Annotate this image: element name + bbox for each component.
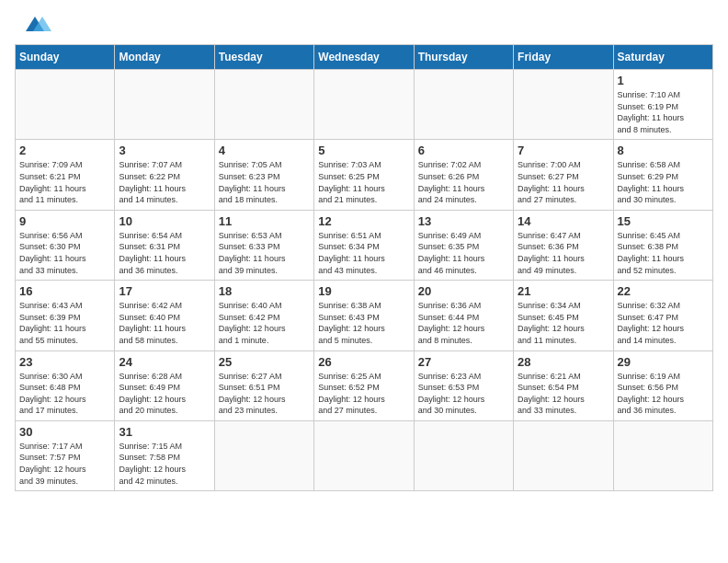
- calendar-cell: 16Sunrise: 6:43 AM Sunset: 6:39 PM Dayli…: [16, 281, 115, 350]
- day-info: Sunrise: 6:43 AM Sunset: 6:39 PM Dayligh…: [19, 300, 110, 346]
- calendar-cell: 13Sunrise: 6:49 AM Sunset: 6:35 PM Dayli…: [414, 210, 513, 280]
- calendar-cell: 6Sunrise: 7:02 AM Sunset: 6:26 PM Daylig…: [414, 140, 513, 210]
- calendar-cell: [414, 70, 513, 140]
- day-number: 15: [618, 214, 709, 228]
- calendar-cell: 15Sunrise: 6:45 AM Sunset: 6:38 PM Dayli…: [613, 210, 712, 280]
- week-row-1: 1Sunrise: 7:10 AM Sunset: 6:19 PM Daylig…: [16, 70, 713, 140]
- week-row-4: 16Sunrise: 6:43 AM Sunset: 6:39 PM Dayli…: [16, 281, 713, 350]
- day-info: Sunrise: 6:42 AM Sunset: 6:40 PM Dayligh…: [119, 300, 210, 346]
- day-number: 27: [418, 355, 509, 369]
- day-info: Sunrise: 6:19 AM Sunset: 6:56 PM Dayligh…: [618, 371, 709, 417]
- day-info: Sunrise: 7:15 AM Sunset: 7:58 PM Dayligh…: [119, 441, 210, 487]
- calendar-cell: [314, 70, 414, 140]
- day-number: 24: [119, 355, 210, 369]
- calendar-cell: 14Sunrise: 6:47 AM Sunset: 6:36 PM Dayli…: [514, 210, 613, 280]
- calendar-cell: 1Sunrise: 7:10 AM Sunset: 6:19 PM Daylig…: [613, 70, 712, 140]
- week-row-2: 2Sunrise: 7:09 AM Sunset: 6:21 PM Daylig…: [16, 140, 713, 210]
- day-info: Sunrise: 6:40 AM Sunset: 6:42 PM Dayligh…: [219, 300, 310, 346]
- day-number: 6: [418, 144, 509, 157]
- day-number: 21: [518, 284, 609, 298]
- day-info: Sunrise: 6:49 AM Sunset: 6:35 PM Dayligh…: [418, 230, 509, 276]
- day-info: Sunrise: 7:09 AM Sunset: 6:21 PM Dayligh…: [19, 159, 110, 205]
- day-number: 3: [119, 144, 210, 157]
- calendar-cell: [214, 70, 313, 140]
- day-info: Sunrise: 6:27 AM Sunset: 6:51 PM Dayligh…: [219, 371, 310, 417]
- calendar-cell: 23Sunrise: 6:30 AM Sunset: 6:48 PM Dayli…: [16, 350, 115, 420]
- week-row-6: 30Sunrise: 7:17 AM Sunset: 7:57 PM Dayli…: [16, 420, 713, 490]
- day-number: 1: [618, 74, 709, 87]
- day-number: 22: [618, 284, 709, 298]
- day-info: Sunrise: 6:32 AM Sunset: 6:47 PM Dayligh…: [618, 300, 709, 346]
- day-number: 16: [19, 284, 110, 298]
- calendar-cell: 19Sunrise: 6:38 AM Sunset: 6:43 PM Dayli…: [314, 281, 414, 350]
- day-number: 7: [518, 144, 609, 157]
- day-info: Sunrise: 7:05 AM Sunset: 6:23 PM Dayligh…: [219, 159, 310, 205]
- day-info: Sunrise: 7:17 AM Sunset: 7:57 PM Dayligh…: [19, 441, 110, 487]
- day-info: Sunrise: 6:54 AM Sunset: 6:31 PM Dayligh…: [119, 230, 210, 276]
- col-header-wednesday: Wednesday: [314, 45, 414, 70]
- day-number: 9: [19, 214, 110, 228]
- day-number: 5: [318, 144, 409, 157]
- day-number: 29: [618, 355, 709, 369]
- day-number: 2: [19, 144, 110, 157]
- day-number: 19: [318, 284, 409, 298]
- day-number: 11: [219, 214, 310, 228]
- day-info: Sunrise: 6:53 AM Sunset: 6:33 PM Dayligh…: [219, 230, 310, 276]
- calendar-cell: 17Sunrise: 6:42 AM Sunset: 6:40 PM Dayli…: [115, 281, 214, 350]
- calendar-cell: 28Sunrise: 6:21 AM Sunset: 6:54 PM Dayli…: [514, 350, 613, 420]
- calendar-cell: 3Sunrise: 7:07 AM Sunset: 6:22 PM Daylig…: [115, 140, 214, 210]
- day-number: 14: [518, 214, 609, 228]
- day-number: 26: [318, 355, 409, 369]
- day-number: 23: [19, 355, 110, 369]
- calendar-cell: 12Sunrise: 6:51 AM Sunset: 6:34 PM Dayli…: [314, 210, 414, 280]
- day-info: Sunrise: 6:38 AM Sunset: 6:43 PM Dayligh…: [318, 300, 409, 346]
- day-info: Sunrise: 6:45 AM Sunset: 6:38 PM Dayligh…: [618, 230, 709, 276]
- week-row-5: 23Sunrise: 6:30 AM Sunset: 6:48 PM Dayli…: [16, 350, 713, 420]
- calendar-cell: 4Sunrise: 7:05 AM Sunset: 6:23 PM Daylig…: [214, 140, 313, 210]
- day-info: Sunrise: 6:21 AM Sunset: 6:54 PM Dayligh…: [518, 371, 609, 417]
- calendar-cell: 8Sunrise: 6:58 AM Sunset: 6:29 PM Daylig…: [613, 140, 712, 210]
- col-header-saturday: Saturday: [613, 45, 712, 70]
- calendar-cell: 9Sunrise: 6:56 AM Sunset: 6:30 PM Daylig…: [16, 210, 115, 280]
- day-info: Sunrise: 6:36 AM Sunset: 6:44 PM Dayligh…: [418, 300, 509, 346]
- day-number: 20: [418, 284, 509, 298]
- day-info: Sunrise: 6:28 AM Sunset: 6:49 PM Dayligh…: [119, 371, 210, 417]
- col-header-friday: Friday: [514, 45, 613, 70]
- day-info: Sunrise: 6:23 AM Sunset: 6:53 PM Dayligh…: [418, 371, 509, 417]
- calendar-cell: 10Sunrise: 6:54 AM Sunset: 6:31 PM Dayli…: [115, 210, 214, 280]
- day-info: Sunrise: 7:02 AM Sunset: 6:26 PM Dayligh…: [418, 159, 509, 205]
- day-info: Sunrise: 6:56 AM Sunset: 6:30 PM Dayligh…: [19, 230, 110, 276]
- calendar-cell: 5Sunrise: 7:03 AM Sunset: 6:25 PM Daylig…: [314, 140, 414, 210]
- day-number: 30: [19, 425, 110, 439]
- day-number: 31: [119, 425, 210, 439]
- day-number: 13: [418, 214, 509, 228]
- calendar-cell: 18Sunrise: 6:40 AM Sunset: 6:42 PM Dayli…: [214, 281, 313, 350]
- day-info: Sunrise: 6:51 AM Sunset: 6:34 PM Dayligh…: [318, 230, 409, 276]
- calendar-cell: 20Sunrise: 6:36 AM Sunset: 6:44 PM Dayli…: [414, 281, 513, 350]
- calendar-cell: 31Sunrise: 7:15 AM Sunset: 7:58 PM Dayli…: [115, 420, 214, 490]
- day-info: Sunrise: 6:47 AM Sunset: 6:36 PM Dayligh…: [518, 230, 609, 276]
- day-number: 4: [219, 144, 310, 157]
- week-row-3: 9Sunrise: 6:56 AM Sunset: 6:30 PM Daylig…: [16, 210, 713, 280]
- calendar-cell: [514, 70, 613, 140]
- calendar-cell: 27Sunrise: 6:23 AM Sunset: 6:53 PM Dayli…: [414, 350, 513, 420]
- calendar-cell: [514, 420, 613, 490]
- page-header: [15, 15, 713, 35]
- day-info: Sunrise: 6:30 AM Sunset: 6:48 PM Dayligh…: [19, 371, 110, 417]
- calendar-cell: [214, 420, 313, 490]
- calendar-cell: 29Sunrise: 6:19 AM Sunset: 6:56 PM Dayli…: [613, 350, 712, 420]
- calendar-cell: 30Sunrise: 7:17 AM Sunset: 7:57 PM Dayli…: [16, 420, 115, 490]
- calendar-table: SundayMondayTuesdayWednesdayThursdayFrid…: [15, 44, 713, 491]
- col-header-sunday: Sunday: [16, 45, 115, 70]
- day-number: 25: [219, 355, 310, 369]
- calendar-cell: 22Sunrise: 6:32 AM Sunset: 6:47 PM Dayli…: [613, 281, 712, 350]
- logo-icon: [17, 15, 51, 35]
- calendar-cell: [115, 70, 214, 140]
- calendar-cell: [613, 420, 712, 490]
- col-header-tuesday: Tuesday: [214, 45, 313, 70]
- day-info: Sunrise: 7:10 AM Sunset: 6:19 PM Dayligh…: [618, 89, 709, 135]
- col-header-thursday: Thursday: [414, 45, 513, 70]
- col-header-monday: Monday: [115, 45, 214, 70]
- day-number: 12: [318, 214, 409, 228]
- logo: [15, 15, 51, 35]
